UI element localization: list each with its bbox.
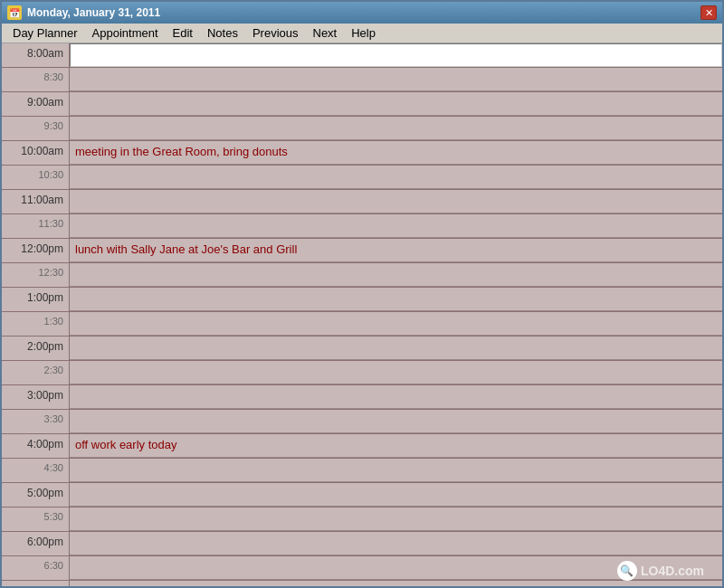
event-cell[interactable] (70, 92, 722, 116)
time-slots-container[interactable]: 8:00am8:309:00am9:3010:00ammeeting in th… (2, 43, 722, 586)
event-cell[interactable] (70, 288, 722, 311)
time-row: 10:00ammeeting in the Great Room, bring … (2, 141, 722, 166)
time-row: 11:00am (2, 190, 722, 214)
time-row: 9:00am (2, 92, 722, 117)
time-label: 10:30 (2, 166, 70, 189)
time-label: 9:30 (2, 117, 70, 140)
time-label: 3:30 (2, 410, 70, 433)
time-label: 4:00pm (2, 434, 70, 458)
time-row: 1:00pm (2, 288, 722, 312)
time-row: 2:00pm (2, 337, 722, 361)
event-cell[interactable]: meeting in the Great Room, bring donuts (70, 141, 722, 165)
separator (70, 213, 722, 213)
time-label: 8:00am (2, 43, 70, 67)
time-row: 11:30 (2, 214, 722, 239)
time-row: 3:30 (2, 410, 722, 434)
separator (70, 310, 722, 311)
time-label: 11:00am (2, 190, 70, 213)
time-row: 5:00pm (2, 483, 722, 507)
time-label: 10:00am (2, 141, 70, 165)
event-cell[interactable] (70, 483, 722, 507)
time-label: 12:30 (2, 263, 70, 287)
time-row: 7:00pm (2, 581, 722, 586)
separator (70, 506, 722, 507)
menu-next[interactable]: Next (306, 24, 345, 42)
separator (70, 359, 722, 360)
event-cell[interactable] (70, 117, 722, 140)
time-row: 3:00pm (2, 385, 722, 410)
time-row: 12:30 (2, 263, 722, 288)
menu-day-planner[interactable]: Day Planner (5, 24, 85, 42)
menu-notes[interactable]: Notes (200, 24, 245, 42)
event-cell[interactable] (70, 214, 722, 238)
window-title: Monday, January 31, 2011 (27, 6, 160, 19)
close-button[interactable]: ✕ (700, 5, 717, 20)
event-cell[interactable] (70, 507, 722, 531)
app-icon: 📅 (7, 5, 22, 20)
separator (70, 237, 722, 238)
separator (70, 286, 722, 287)
separator (70, 188, 722, 189)
time-label: 5:30 (2, 507, 70, 531)
menu-help[interactable]: Help (344, 24, 383, 42)
event-input[interactable] (70, 43, 722, 67)
event-cell[interactable] (70, 337, 722, 360)
separator (70, 555, 722, 555)
event-text: meeting in the Great Room, bring donuts (75, 145, 288, 158)
time-row: 12:00pmlunch with Sally Jane at Joe's Ba… (2, 239, 722, 263)
event-cell[interactable] (70, 459, 722, 482)
time-row: 8:30 (2, 68, 722, 92)
event-cell[interactable]: off work early today (70, 434, 722, 458)
time-label: 1:00pm (2, 288, 70, 311)
time-label: 9:00am (2, 92, 70, 116)
separator (70, 90, 722, 91)
event-cell[interactable] (70, 263, 722, 287)
menu-bar: Day Planner Appointment Edit Notes Previ… (2, 24, 722, 43)
event-cell[interactable] (70, 68, 722, 91)
event-text-input[interactable] (74, 46, 718, 60)
watermark: 🔍 LO4D.com (617, 561, 704, 581)
separator (70, 164, 722, 165)
watermark-icon: 🔍 (617, 561, 637, 581)
time-row: 9:30 (2, 117, 722, 141)
time-label: 4:30 (2, 459, 70, 482)
time-label: 3:00pm (2, 385, 70, 409)
time-label: 1:30 (2, 312, 70, 336)
event-cell[interactable] (70, 532, 722, 555)
event-cell[interactable] (70, 385, 722, 409)
time-label: 2:30 (2, 361, 70, 384)
event-cell[interactable] (70, 166, 722, 189)
separator (70, 139, 722, 140)
separator (70, 432, 722, 433)
time-row: 8:00am (2, 43, 722, 68)
time-row: 1:30 (2, 312, 722, 337)
event-cell[interactable] (70, 581, 722, 586)
event-cell[interactable]: lunch with Sally Jane at Joe's Bar and G… (70, 239, 722, 262)
menu-edit[interactable]: Edit (166, 24, 200, 42)
time-row: 6:00pm (2, 532, 722, 556)
time-label: 7:00pm (2, 581, 70, 586)
main-window: 📅 Monday, January 31, 2011 ✕ Day Planner… (0, 0, 724, 588)
time-row: 4:30 (2, 459, 722, 483)
event-cell[interactable] (70, 312, 722, 336)
time-row: 10:30 (2, 166, 722, 190)
separator (70, 530, 722, 531)
time-label: 2:00pm (2, 337, 70, 360)
event-cell[interactable] (70, 190, 722, 213)
separator (70, 261, 722, 262)
time-label: 11:30 (2, 214, 70, 238)
calendar-content: 8:00am8:309:00am9:3010:00ammeeting in th… (2, 43, 722, 586)
separator (70, 335, 722, 336)
time-label: 6:00pm (2, 532, 70, 555)
time-row: 2:30 (2, 361, 722, 385)
watermark-text: LO4D.com (641, 564, 704, 578)
separator (70, 384, 722, 384)
menu-previous[interactable]: Previous (245, 24, 306, 42)
time-label: 12:00pm (2, 239, 70, 262)
menu-appointment[interactable]: Appointment (85, 24, 166, 42)
event-cell[interactable] (70, 361, 722, 384)
time-row: 5:30 (2, 507, 722, 532)
time-row: 6:30 (2, 556, 722, 581)
event-text: off work early today (75, 438, 176, 451)
event-cell[interactable] (70, 410, 722, 433)
